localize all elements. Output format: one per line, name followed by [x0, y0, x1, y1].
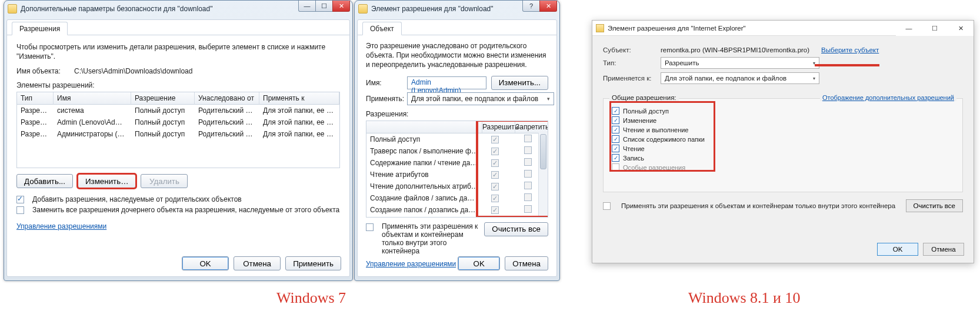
manage-permissions-link[interactable]: Управление разрешениями [366, 260, 456, 268]
permission-row[interactable]: Траверс папок / выполнение файлов [366, 145, 548, 157]
edit-button[interactable]: Изменить… [78, 174, 136, 188]
ok-button[interactable]: OK [182, 256, 229, 270]
permission-row[interactable]: Создание файлов / запись данных [366, 192, 548, 204]
add-button[interactable]: Добавить... [16, 174, 73, 188]
permission-row[interactable]: Полный доступ [366, 133, 548, 145]
allow-checkbox[interactable] [491, 206, 499, 214]
clear-all-button[interactable]: Очистить все [906, 199, 963, 212]
permission-checkbox[interactable]: Чтение и выполнение [612, 126, 724, 133]
ok-button[interactable]: OK [458, 256, 500, 270]
only-container-checkbox[interactable] [603, 202, 611, 210]
type-value: Разрешить [665, 59, 699, 66]
maximize-button[interactable]: ☐ [922, 21, 948, 36]
table-row[interactable]: Разреш...системаПолный доступРодительски… [17, 105, 339, 116]
scrollbar[interactable] [538, 133, 548, 217]
allow-checkbox[interactable] [491, 195, 499, 202]
deny-checkbox[interactable] [524, 182, 532, 189]
window-title: Элемент разрешения для "download" [371, 5, 494, 13]
caption-win10: Windows 8.1 и 10 [688, 289, 801, 307]
col-allow: Разрешить [482, 121, 515, 133]
permission-row[interactable]: Чтение дополнительных атрибутов [366, 180, 548, 192]
col-inherit[interactable]: Унаследовано от [195, 92, 259, 105]
permission-checkbox[interactable]: Чтение [612, 145, 724, 152]
permissions-table[interactable]: Тип Имя Разрешение Унаследовано от Приме… [16, 92, 340, 168]
table-row[interactable]: Разреш...Admin (Lenovo\Admin)Полный дост… [17, 116, 339, 128]
folder-icon [358, 4, 368, 14]
highlight-underline [815, 64, 879, 66]
allow-checkbox[interactable] [491, 183, 499, 190]
table-row[interactable]: Разреш...Администраторы (Leno...Полный д… [17, 128, 339, 140]
help-button[interactable]: ? [522, 1, 540, 12]
allow-checkbox[interactable] [491, 171, 499, 179]
permissions-list[interactable]: Разрешить Запретить Полный доступТраверс… [366, 121, 548, 218]
permission-row[interactable]: Создание папок / дозапись данных [366, 204, 548, 216]
ok-button[interactable]: OK [877, 243, 918, 256]
folder-icon [596, 24, 604, 32]
clear-all-button[interactable]: Очистить все [484, 222, 548, 236]
apply-button[interactable]: Применить [285, 256, 341, 270]
minimize-button[interactable]: — [298, 1, 316, 12]
permission-entry-win10-window: Элемент разрешения для "Internet Explore… [592, 20, 974, 263]
replace-checkbox[interactable] [16, 206, 24, 214]
permission-row[interactable]: Запись атрибутов [366, 216, 548, 218]
tab-permissions[interactable]: Разрешения [12, 22, 68, 35]
titlebar[interactable]: Дополнительные параметры безопасности дл… [4, 1, 352, 17]
manage-permissions-link[interactable]: Управление разрешениями [16, 222, 106, 230]
group-title: Общие разрешения: [609, 94, 679, 101]
folder-icon [8, 4, 17, 14]
titlebar[interactable]: Элемент разрешения для "Internet Explore… [592, 21, 974, 36]
permission-row[interactable]: Чтение атрибутов [366, 169, 548, 180]
deny-checkbox[interactable] [524, 217, 532, 218]
change-button[interactable]: Изменить... [491, 76, 548, 90]
select-subject-link[interactable]: Выберите субъект [821, 46, 879, 54]
delete-button: Удалить [141, 174, 188, 188]
col-applies[interactable]: Применять к [259, 92, 339, 105]
permission-checkbox[interactable]: Изменение [612, 116, 724, 124]
only-container-label: Применять эти разрешения к объектам и ко… [621, 202, 899, 209]
permission-row[interactable]: Содержание папки / чтение данных [366, 157, 548, 169]
allow-checkbox[interactable] [491, 148, 499, 155]
only-container-checkbox[interactable] [366, 223, 374, 231]
apply-select[interactable]: Для этой папки, ее подпапок и файлов ▾ [407, 92, 554, 105]
name-field[interactable]: Admin (Lenovo\Admin) [407, 76, 486, 89]
close-button[interactable]: ✕ [948, 21, 974, 36]
basic-permissions-group: Общие разрешения: Отображение дополнител… [603, 98, 963, 192]
cancel-button[interactable]: Отмена [505, 256, 548, 270]
cancel-button[interactable]: Отмена [234, 256, 281, 270]
permission-checkbox[interactable]: Список содержимого папки [612, 135, 724, 143]
col-name[interactable]: Имя [54, 92, 131, 105]
permission-checkbox[interactable]: Полный доступ [612, 107, 724, 115]
maximize-button[interactable]: ☐ [315, 1, 333, 12]
cancel-button[interactable]: Отмена [923, 243, 964, 256]
deny-checkbox[interactable] [524, 146, 532, 154]
allow-checkbox[interactable] [491, 136, 499, 143]
titlebar[interactable]: Элемент разрешения для "download" ? ✕ [355, 1, 559, 17]
chevron-down-icon: ▾ [813, 76, 815, 81]
close-button[interactable]: ✕ [332, 1, 350, 12]
intro-text: Чтобы просмотреть или изменить детали ра… [16, 42, 340, 61]
col-perm[interactable]: Разрешение [131, 92, 195, 105]
tab-object[interactable]: Объект [362, 22, 402, 35]
applies-value: Для этой папки, ее подпапок и файлов [665, 75, 786, 82]
window-title: Элемент разрешения для "Internet Explore… [608, 25, 746, 32]
inherit-checkbox[interactable] [16, 196, 24, 203]
replace-label: Заменить все разрешения дочернего объект… [32, 206, 339, 214]
deny-checkbox[interactable] [524, 170, 532, 178]
inherit-label: Добавить разрешения, наследуемые от роди… [32, 195, 242, 203]
col-deny: Запретить [515, 121, 548, 133]
elements-label: Элементы разрешений: [16, 81, 340, 89]
show-advanced-link[interactable]: Отображение дополнительных разрешений [820, 94, 956, 101]
deny-checkbox[interactable] [524, 193, 532, 201]
type-select[interactable]: Разрешить ▾ [661, 57, 819, 69]
minimize-button[interactable]: — [896, 21, 922, 36]
permission-checkbox: Особые разрешения [612, 163, 724, 171]
close-button[interactable]: ✕ [539, 1, 557, 12]
deny-checkbox[interactable] [524, 205, 532, 213]
deny-checkbox[interactable] [524, 158, 532, 166]
applies-select[interactable]: Для этой папки, ее подпапок и файлов ▾ [661, 72, 819, 84]
allow-checkbox[interactable] [491, 159, 499, 167]
permission-checkbox[interactable]: Запись [612, 154, 724, 162]
apply-label: Применять: [366, 95, 402, 103]
deny-checkbox[interactable] [524, 135, 532, 142]
col-type[interactable]: Тип [17, 92, 54, 105]
